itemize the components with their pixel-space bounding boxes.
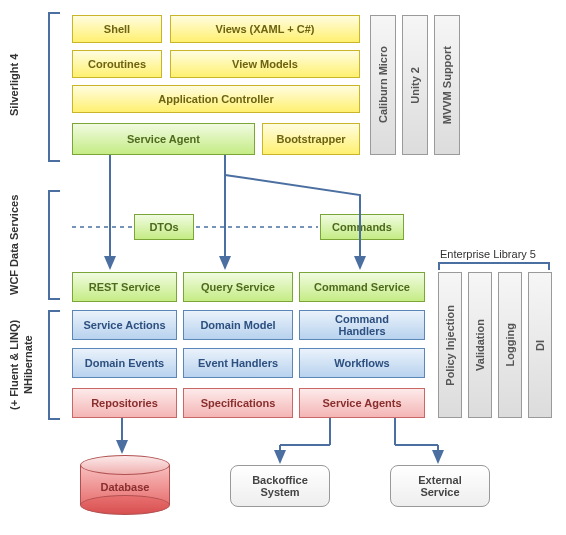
box-commandservice: Command Service — [299, 272, 425, 302]
box-external: External Service — [390, 465, 490, 507]
box-serviceagents: Service Agents — [299, 388, 425, 418]
box-appcontroller: Application Controller — [72, 85, 360, 113]
box-specifications: Specifications — [183, 388, 293, 418]
box-unity: Unity 2 — [402, 15, 428, 155]
box-validation: Validation — [468, 272, 492, 418]
section-entlib: Enterprise Library 5 — [440, 248, 536, 260]
cylinder-database: Database — [80, 455, 170, 515]
section-silverlight: Silverlight 4 — [8, 15, 20, 155]
box-viewmodels: View Models — [170, 50, 360, 78]
box-coroutines: Coroutines — [72, 50, 162, 78]
box-domainevents: Domain Events — [72, 348, 177, 378]
box-shell: Shell — [72, 15, 162, 43]
box-di: DI — [528, 272, 552, 418]
section-nhibernate-1: NHibernate — [22, 310, 34, 420]
bracket-silverlight — [48, 12, 60, 162]
box-commands: Commands — [320, 214, 404, 240]
section-wcf: WCF Data Services — [8, 190, 20, 300]
section-nhibernate-2: (+ Fluent & LINQ) — [8, 310, 20, 420]
bracket-wcf — [48, 190, 60, 300]
bracket-entlib — [438, 262, 550, 270]
box-caliburn: Caliburn Micro — [370, 15, 396, 155]
box-serviceactions: Service Actions — [72, 310, 177, 340]
box-serviceagent: Service Agent — [72, 123, 255, 155]
box-policyinjection: Policy Injection — [438, 272, 462, 418]
bracket-nhibernate — [48, 310, 60, 420]
box-bootstrapper: Bootstrapper — [262, 123, 360, 155]
box-dtos: DTOs — [134, 214, 194, 240]
box-mvvm: MVVM Support — [434, 15, 460, 155]
box-rest: REST Service — [72, 272, 177, 302]
box-backoffice: Backoffice System — [230, 465, 330, 507]
box-logging: Logging — [498, 272, 522, 418]
box-domainmodel: Domain Model — [183, 310, 293, 340]
box-query: Query Service — [183, 272, 293, 302]
box-eventhandlers: Event Handlers — [183, 348, 293, 378]
box-workflows: Workflows — [299, 348, 425, 378]
box-repositories: Repositories — [72, 388, 177, 418]
box-views: Views (XAML + C#) — [170, 15, 360, 43]
box-commandhandlers: Command Handlers — [299, 310, 425, 340]
